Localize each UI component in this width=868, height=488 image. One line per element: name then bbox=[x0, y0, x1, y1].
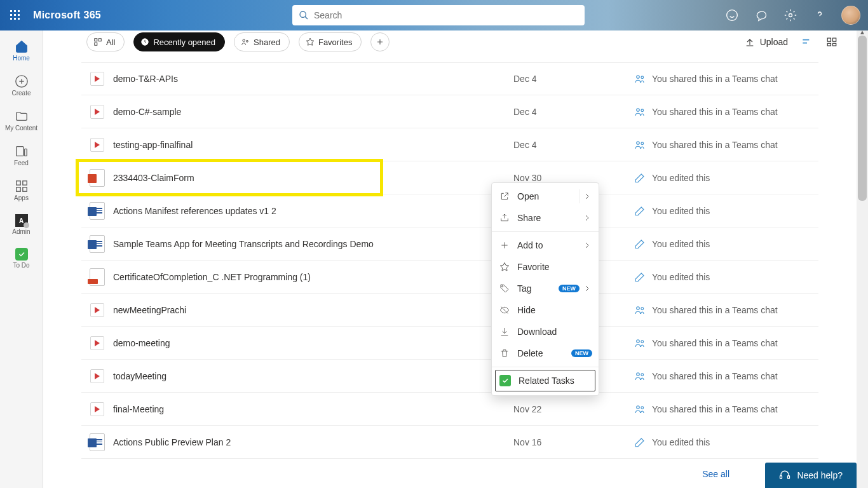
ctx-hide[interactable]: Hide bbox=[492, 299, 599, 321]
video-file-icon bbox=[90, 336, 104, 350]
waffle-icon bbox=[10, 10, 20, 20]
svg-rect-8 bbox=[18, 18, 20, 20]
feedback-button[interactable] bbox=[724, 8, 740, 23]
main-content: All Recently opened Shared Favorites Upl… bbox=[43, 30, 857, 488]
file-row[interactable]: final-MeetingNov 22You shared this in a … bbox=[81, 393, 818, 426]
svg-point-42 bbox=[641, 406, 644, 409]
settings-button[interactable] bbox=[783, 8, 798, 23]
sort-icon[interactable] bbox=[801, 36, 813, 48]
svg-point-40 bbox=[641, 373, 644, 376]
nav-feed[interactable]: Feed bbox=[3, 140, 41, 170]
svg-point-36 bbox=[641, 307, 644, 309]
video-file-icon bbox=[90, 369, 104, 383]
file-row[interactable]: todayMeetingYou shared this in a Teams c… bbox=[81, 360, 818, 393]
ctx-label: Hide bbox=[517, 305, 536, 315]
nav-label: Home bbox=[13, 55, 30, 62]
question-icon bbox=[813, 9, 826, 22]
star-icon bbox=[306, 37, 315, 46]
svg-point-10 bbox=[727, 10, 738, 21]
gear-icon bbox=[784, 9, 797, 22]
view-icon[interactable] bbox=[826, 36, 837, 48]
nav-home[interactable]: Home bbox=[3, 36, 41, 65]
filter-recent[interactable]: Recently opened bbox=[133, 32, 225, 51]
nav-apps[interactable]: Apps bbox=[3, 175, 41, 205]
file-row[interactable]: Sample Teams App for Meeting Transcripts… bbox=[81, 227, 818, 261]
file-activity: You edited this bbox=[634, 238, 818, 250]
chat-button[interactable] bbox=[754, 8, 769, 23]
share-icon bbox=[499, 213, 510, 223]
admin-icon: A bbox=[15, 214, 28, 227]
add-filter-button[interactable] bbox=[370, 32, 390, 51]
filter-favorites[interactable]: Favorites bbox=[299, 32, 362, 51]
help-button[interactable] bbox=[812, 8, 827, 23]
upload-button[interactable]: Upload bbox=[745, 37, 788, 47]
file-row[interactable]: demo-C#-sampleDec 4You shared this in a … bbox=[81, 95, 818, 128]
nav-todo[interactable]: To Do bbox=[3, 244, 41, 273]
svg-point-29 bbox=[637, 76, 640, 79]
file-row[interactable]: demo-meetingYou shared this in a Teams c… bbox=[81, 327, 818, 360]
search-wrapper bbox=[292, 5, 585, 25]
pencil-icon bbox=[634, 205, 646, 217]
nav-label: To Do bbox=[13, 262, 29, 269]
file-name: Actions Public Preview Plan 2 bbox=[113, 437, 513, 447]
context-menu: Open Share Add to Favorite TagNEW Hide D… bbox=[491, 182, 599, 396]
file-row[interactable]: Actions Public Preview Plan 2Nov 16You e… bbox=[81, 426, 818, 459]
word-file-icon bbox=[90, 202, 105, 220]
ctx-related-tasks[interactable]: Related Tasks bbox=[495, 370, 595, 391]
ctx-download[interactable]: Download bbox=[492, 321, 599, 342]
ctx-addto[interactable]: Add to bbox=[492, 234, 599, 256]
file-date: Dec 4 bbox=[513, 140, 634, 150]
user-avatar[interactable] bbox=[841, 6, 860, 25]
file-row[interactable]: testing-app-finalfinalDec 4You shared th… bbox=[81, 128, 818, 161]
svg-rect-15 bbox=[16, 181, 20, 185]
word-file-icon bbox=[90, 433, 105, 451]
filter-all[interactable]: All bbox=[86, 32, 125, 51]
hide-icon bbox=[499, 305, 510, 315]
file-date: Nov 30 bbox=[513, 173, 634, 183]
smiley-icon bbox=[726, 9, 738, 22]
file-row[interactable]: newMeetingPrachiYou shared this in a Tea… bbox=[81, 294, 818, 327]
ctx-label: Delete bbox=[517, 348, 543, 358]
need-help-label: Need help? bbox=[797, 470, 843, 480]
file-name: demo-T&R-APIs bbox=[113, 74, 513, 84]
scrollbar[interactable]: ▲ bbox=[857, 30, 868, 488]
file-name: Actions Manifest references updates v1 2 bbox=[113, 206, 513, 216]
feed-icon bbox=[15, 144, 29, 158]
ctx-share[interactable]: Share bbox=[492, 207, 599, 229]
file-date: Nov 16 bbox=[513, 437, 634, 447]
file-row[interactable]: 2334403-ClaimFormNov 30You edited this bbox=[81, 161, 818, 194]
nav-label: Admin bbox=[12, 228, 30, 235]
file-activity: You shared this in a Teams chat bbox=[634, 337, 818, 349]
file-list: demo-T&R-APIsDec 4You shared this in a T… bbox=[81, 62, 818, 459]
svg-rect-45 bbox=[788, 476, 790, 479]
nav-admin[interactable]: A Admin bbox=[3, 210, 41, 239]
ctx-label: Download bbox=[517, 327, 557, 337]
need-help-button[interactable]: Need help? bbox=[765, 463, 857, 488]
app-launcher-button[interactable] bbox=[0, 0, 31, 30]
ctx-label: Related Tasks bbox=[519, 376, 574, 386]
scrollbar-thumb[interactable] bbox=[858, 36, 867, 201]
file-icon-cell bbox=[81, 138, 113, 152]
file-date: Dec 4 bbox=[513, 107, 634, 117]
ctx-favorite[interactable]: Favorite bbox=[492, 256, 599, 278]
ctx-tag[interactable]: TagNEW bbox=[492, 278, 599, 299]
file-row[interactable]: CertificateOfCompletion_C .NET Programmi… bbox=[81, 261, 818, 294]
chat-icon bbox=[755, 9, 768, 22]
file-activity: You edited this bbox=[634, 271, 818, 283]
check-icon bbox=[499, 375, 511, 386]
nav-create[interactable]: Create bbox=[3, 71, 41, 100]
star-icon bbox=[499, 262, 510, 272]
people-icon bbox=[634, 106, 646, 118]
ctx-label: Open bbox=[517, 191, 539, 201]
see-all-link[interactable]: See all bbox=[702, 469, 729, 479]
ctx-open[interactable]: Open bbox=[492, 186, 599, 207]
nav-mycontent[interactable]: My Content bbox=[3, 105, 41, 135]
file-icon-cell bbox=[81, 369, 113, 383]
file-row[interactable]: demo-T&R-APIsDec 4You shared this in a T… bbox=[81, 62, 818, 95]
search-input[interactable] bbox=[292, 5, 585, 25]
ctx-delete[interactable]: DeleteNEW bbox=[492, 342, 599, 364]
filter-shared[interactable]: Shared bbox=[234, 32, 290, 51]
nav-label: Create bbox=[11, 90, 31, 97]
svg-point-39 bbox=[637, 372, 640, 376]
file-row[interactable]: Actions Manifest references updates v1 2… bbox=[81, 194, 818, 227]
